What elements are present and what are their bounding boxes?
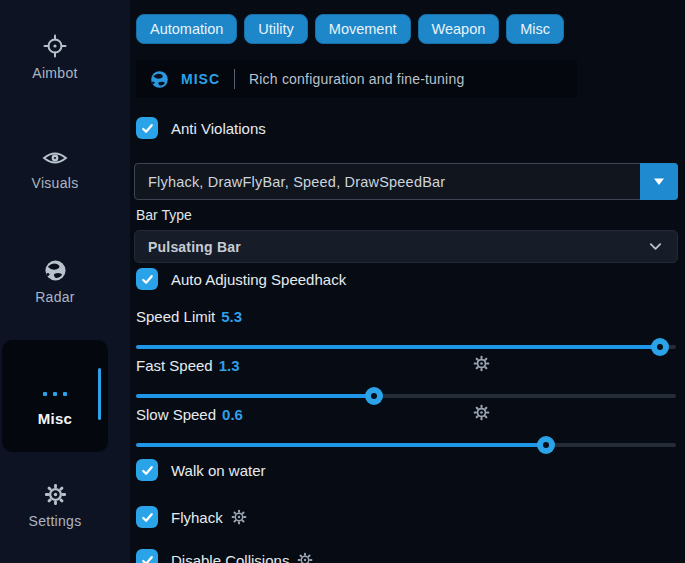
sidebar-item-label: Visuals [32, 175, 79, 191]
globe-icon [44, 259, 67, 282]
slow-speed-value: 0.6 [222, 406, 243, 423]
checkbox-row-disable-collisions[interactable]: Disable Collisions [136, 549, 313, 563]
checkbox-row-walk-on-water[interactable]: Walk on water [136, 459, 265, 481]
sidebar-item-label: Settings [29, 513, 82, 529]
checkbox[interactable] [136, 117, 158, 139]
tab-movement[interactable]: Movement [315, 14, 411, 44]
speed-limit-slider[interactable] [136, 338, 676, 356]
crosshair-icon [43, 34, 67, 58]
globe-icon [150, 70, 169, 89]
slider-track[interactable] [136, 345, 676, 349]
slider-fill [136, 394, 374, 398]
gear-icon [473, 404, 490, 421]
bar-type-label: Bar Type [136, 207, 192, 223]
tab-utility[interactable]: Utility [244, 14, 307, 44]
tab-misc[interactable]: Misc [506, 14, 564, 44]
flyhack-gear-button[interactable] [231, 509, 247, 525]
multiselect-dropdown-button[interactable] [640, 163, 678, 200]
slow-speed-gear-button[interactable] [473, 404, 490, 421]
checkbox[interactable] [136, 459, 158, 481]
check-icon [140, 272, 155, 287]
section-description: Rich configuration and fine-tuning [249, 71, 464, 87]
app-window: Aimbot Visuals Radar Misc Settings [0, 0, 685, 563]
sidebar-item-label: Misc [38, 410, 73, 427]
check-icon [140, 553, 155, 563]
sidebar-item-misc[interactable]: Misc [2, 340, 108, 452]
checkbox[interactable] [136, 506, 158, 528]
speed-limit-value: 5.3 [221, 308, 242, 325]
violations-multiselect[interactable]: Flyhack, DrawFlyBar, Speed, DrawSpeedBar [134, 163, 678, 200]
sidebar-item-radar[interactable]: Radar [0, 259, 110, 306]
slider-track[interactable] [136, 443, 676, 447]
bar-type-select[interactable]: Pulsating Bar [134, 230, 678, 263]
sidebar-item-settings[interactable]: Settings [0, 483, 110, 530]
check-icon [140, 463, 155, 478]
checkbox[interactable] [136, 549, 158, 563]
check-icon [140, 510, 155, 525]
sidebar-item-aimbot[interactable]: Aimbot [0, 34, 110, 82]
multiselect-value: Flyhack, DrawFlyBar, Speed, DrawSpeedBar [148, 174, 445, 190]
gear-icon [473, 355, 490, 372]
checkbox-label: Walk on water [171, 462, 265, 479]
slider-fill [136, 345, 660, 349]
speed-limit-label: Speed Limit5.3 [136, 308, 242, 325]
checkbox-label: Disable Collisions [171, 552, 313, 563]
fast-speed-slider[interactable] [136, 387, 676, 405]
select-value: Pulsating Bar [148, 239, 241, 255]
eye-icon [42, 148, 68, 168]
checkbox-label: Anti Violations [171, 120, 266, 137]
sidebar-item-label: Radar [35, 289, 75, 305]
fast-speed-label: Fast Speed1.3 [136, 357, 240, 374]
divider [234, 69, 235, 89]
check-icon [140, 121, 155, 136]
disable-collisions-gear-button[interactable] [297, 552, 313, 563]
tab-automation[interactable]: Automation [136, 14, 237, 44]
tab-weapon[interactable]: Weapon [418, 14, 500, 44]
checkbox-label: Auto Adjusting Speedhack [171, 271, 346, 288]
gear-icon [231, 509, 247, 525]
ellipsis-icon [40, 382, 70, 400]
slider-fill [136, 443, 546, 447]
triangle-down-icon [653, 177, 665, 186]
section-header: MISC Rich configuration and fine-tuning [136, 60, 577, 98]
checkbox-row-auto-adjusting-speedhack[interactable]: Auto Adjusting Speedhack [136, 268, 346, 290]
slider-thumb[interactable] [537, 436, 555, 454]
slow-speed-label: Slow Speed0.6 [136, 406, 243, 423]
sidebar: Aimbot Visuals Radar Misc Settings [0, 0, 130, 563]
section-title: MISC [181, 71, 220, 87]
main-panel: Automation Utility Movement Weapon Misc … [136, 0, 676, 563]
checkbox-label: Flyhack [171, 509, 247, 526]
gear-icon [297, 552, 313, 563]
chevron-down-icon [648, 239, 663, 254]
sidebar-item-label: Aimbot [32, 65, 77, 81]
slow-speed-slider[interactable] [136, 436, 676, 454]
checkbox[interactable] [136, 268, 158, 290]
category-tabs: Automation Utility Movement Weapon Misc [136, 14, 564, 44]
checkbox-row-anti-violations[interactable]: Anti Violations [136, 117, 266, 139]
sidebar-item-visuals[interactable]: Visuals [0, 148, 110, 192]
fast-speed-gear-button[interactable] [473, 355, 490, 372]
slider-thumb[interactable] [651, 338, 669, 356]
slider-thumb[interactable] [365, 387, 383, 405]
slider-track[interactable] [136, 394, 676, 398]
selected-indicator [98, 368, 101, 420]
fast-speed-value: 1.3 [219, 357, 240, 374]
checkbox-row-flyhack[interactable]: Flyhack [136, 506, 247, 528]
gear-icon [44, 483, 67, 506]
